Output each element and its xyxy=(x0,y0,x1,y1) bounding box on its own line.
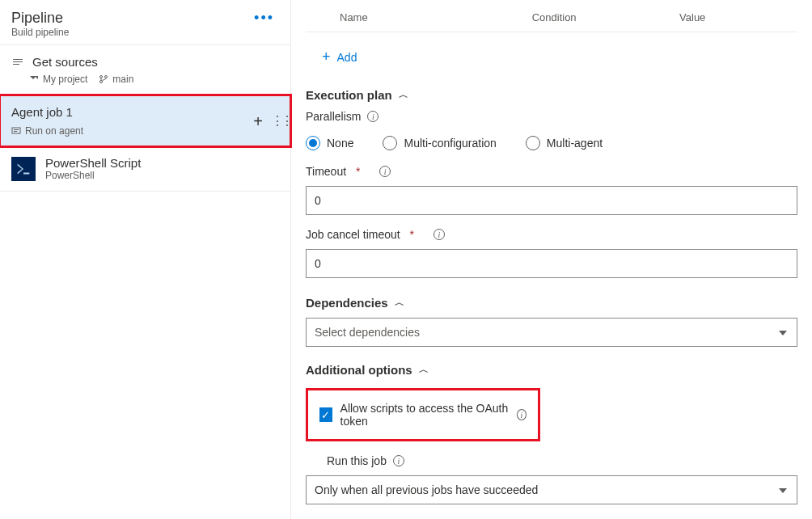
repo-branch-label: main xyxy=(112,74,133,85)
additional-options-label: Additional options xyxy=(306,363,412,377)
run-this-job-value: Only when all previous jobs have succeed… xyxy=(315,483,538,496)
info-icon[interactable]: i xyxy=(379,166,391,177)
agent-job-subtitle: Run on agent xyxy=(11,125,83,137)
dependencies-placeholder: Select dependencies xyxy=(315,326,420,339)
svg-point-2 xyxy=(100,81,103,83)
radio-none[interactable]: None xyxy=(306,136,353,150)
chevron-up-icon: ︿ xyxy=(399,88,408,102)
oauth-checkbox[interactable]: ✓ xyxy=(319,407,332,422)
execution-plan-label: Execution plan xyxy=(306,88,392,102)
svg-rect-3 xyxy=(12,128,20,133)
info-icon[interactable]: i xyxy=(393,455,404,466)
radio-icon xyxy=(383,136,397,150)
repo-project: My project xyxy=(29,74,87,85)
svg-point-0 xyxy=(100,76,103,78)
info-icon[interactable]: i xyxy=(517,409,527,420)
left-pane: Pipeline Build pipeline ••• Get sources … xyxy=(0,0,291,519)
parallelism-label: Parallelism i xyxy=(306,110,379,123)
add-task-button[interactable]: + xyxy=(253,113,263,129)
dependencies-header[interactable]: Dependencies ︿ xyxy=(306,296,797,310)
agent-job-item[interactable]: Agent job 1 Run on agent + xyxy=(0,95,290,146)
radio-icon xyxy=(306,136,320,150)
header-condition: Condition xyxy=(532,11,679,23)
pipeline-header: Pipeline Build pipeline ••• xyxy=(0,0,290,44)
right-pane: Name Condition Value + Add Execution pla… xyxy=(291,0,812,519)
svg-rect-5 xyxy=(14,131,17,132)
info-icon[interactable]: i xyxy=(367,111,379,122)
pipeline-title: Pipeline xyxy=(11,10,69,27)
run-this-job-label: Run this job i xyxy=(327,454,797,467)
task-subtitle: PowerShell xyxy=(45,170,141,181)
radio-multi-config-label: Multi-configuration xyxy=(404,137,496,150)
repo-branch: main xyxy=(99,74,133,85)
add-label: Add xyxy=(337,51,357,64)
highlight-red-oauth: ✓ Allow scripts to access the OAuth toke… xyxy=(306,388,540,441)
radio-icon xyxy=(526,136,540,150)
agent-icon xyxy=(11,126,21,136)
radio-multi-agent-label: Multi-agent xyxy=(547,137,603,150)
radio-none-label: None xyxy=(327,137,353,150)
repo-icon xyxy=(29,74,39,84)
agent-job-subtitle-label: Run on agent xyxy=(25,125,83,137)
info-icon[interactable]: i xyxy=(433,229,445,240)
add-variable-button[interactable]: + Add xyxy=(306,32,363,83)
more-menu-button[interactable]: ••• xyxy=(249,10,279,27)
get-sources-title: Get sources xyxy=(32,55,98,69)
parallelism-radio-group: None Multi-configuration Multi-agent xyxy=(306,136,797,150)
dependencies-label: Dependencies xyxy=(306,296,388,310)
powershell-task-item[interactable]: PowerShell Script PowerShell xyxy=(0,146,290,192)
radio-multi-config[interactable]: Multi-configuration xyxy=(383,136,496,150)
branch-icon xyxy=(99,74,108,84)
oauth-label: Allow scripts to access the OAuth token xyxy=(340,402,509,428)
timeout-label: Timeout * i xyxy=(306,165,391,178)
pipeline-subtitle: Build pipeline xyxy=(11,27,69,38)
variables-header-row: Name Condition Value xyxy=(306,0,797,32)
header-value: Value xyxy=(679,11,797,23)
get-sources-item[interactable]: Get sources My project main xyxy=(0,44,290,95)
drag-handle-icon[interactable] xyxy=(271,113,279,129)
svg-rect-4 xyxy=(14,129,19,130)
task-title: PowerShell Script xyxy=(45,156,141,170)
sources-icon xyxy=(11,56,24,69)
radio-multi-agent[interactable]: Multi-agent xyxy=(526,136,603,150)
chevron-up-icon: ︿ xyxy=(419,363,429,377)
plus-icon: + xyxy=(322,49,331,65)
run-this-job-select[interactable]: Only when all previous jobs have succeed… xyxy=(306,475,797,504)
header-name: Name xyxy=(306,11,532,23)
cancel-timeout-label: Job cancel timeout * i xyxy=(306,228,445,241)
timeout-input[interactable] xyxy=(306,186,797,215)
powershell-icon xyxy=(11,157,36,181)
additional-options-header[interactable]: Additional options ︿ xyxy=(306,363,797,377)
execution-plan-header[interactable]: Execution plan ︿ xyxy=(306,88,797,102)
repo-project-label: My project xyxy=(43,74,87,85)
cancel-timeout-input[interactable] xyxy=(306,249,797,278)
agent-job-title: Agent job 1 xyxy=(11,105,73,119)
dependencies-select[interactable]: Select dependencies xyxy=(306,318,797,347)
svg-point-1 xyxy=(105,76,108,78)
chevron-up-icon: ︿ xyxy=(395,296,404,310)
